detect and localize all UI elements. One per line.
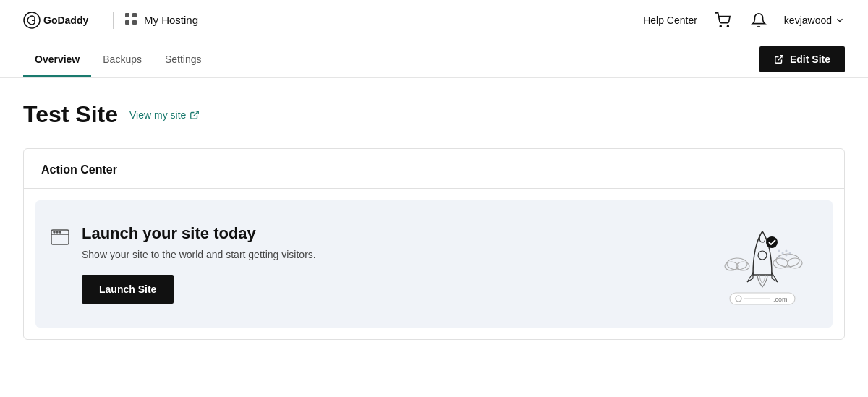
header-left: GoDaddy My Hosting [23, 10, 198, 30]
user-name: kevjawood [784, 14, 832, 26]
edit-site-button[interactable]: Edit Site [760, 46, 845, 72]
launch-content: Launch your site today Show your site to… [82, 224, 316, 304]
svg-point-24 [788, 258, 802, 268]
header-right: Help Center kevjawood [643, 9, 845, 31]
svg-rect-2 [125, 13, 129, 17]
header-nav-label: My Hosting [144, 14, 198, 26]
help-center-link[interactable]: Help Center [643, 14, 697, 26]
tab-settings[interactable]: Settings [153, 40, 213, 77]
user-menu-button[interactable]: kevjawood [784, 14, 845, 26]
site-header: GoDaddy My Hosting Help Center [0, 0, 868, 40]
svg-point-26 [766, 236, 778, 248]
svg-point-33 [789, 252, 791, 255]
svg-point-28 [782, 252, 784, 255]
tab-overview[interactable]: Overview [23, 40, 91, 77]
view-site-link[interactable]: View my site [129, 109, 200, 121]
svg-point-31 [786, 255, 788, 257]
bell-button[interactable] [748, 9, 770, 31]
grid-icon[interactable] [124, 12, 138, 29]
main-content: Test Site View my site Action Center [0, 78, 868, 340]
svg-rect-4 [125, 20, 129, 25]
tab-bar: Overview Backups Settings Edit Site [0, 40, 868, 78]
svg-rect-5 [132, 20, 137, 25]
launch-title: Launch your site today [82, 224, 316, 243]
svg-line-9 [194, 111, 198, 115]
launch-site-button[interactable]: Launch Site [82, 275, 174, 304]
svg-rect-3 [132, 13, 137, 17]
launch-description: Show your site to the world and start ge… [82, 249, 316, 260]
svg-point-30 [782, 258, 784, 260]
godaddy-logo[interactable]: GoDaddy [23, 10, 103, 30]
svg-point-12 [54, 231, 55, 233]
launch-banner: Launch your site today Show your site to… [35, 200, 833, 328]
cart-icon [715, 12, 731, 28]
svg-point-25 [758, 251, 767, 260]
svg-point-27 [778, 250, 780, 252]
godaddy-wordmark: GoDaddy [23, 10, 103, 30]
bell-icon [751, 12, 767, 28]
chevron-down-icon [835, 15, 845, 25]
browser-icon [50, 227, 70, 250]
external-link-small-icon [190, 110, 200, 120]
header-divider [113, 12, 114, 29]
svg-point-32 [786, 250, 788, 252]
grid-icon-wrap: My Hosting [124, 12, 198, 29]
external-link-icon [774, 54, 784, 64]
svg-point-7 [727, 25, 728, 27]
edit-site-label: Edit Site [790, 54, 830, 65]
svg-point-29 [778, 256, 780, 258]
action-center-heading: Action Center [24, 149, 844, 189]
svg-point-23 [773, 258, 788, 268]
cart-button[interactable] [712, 9, 733, 31]
svg-point-6 [720, 25, 721, 27]
svg-text:.com: .com [773, 296, 788, 303]
svg-point-13 [56, 231, 58, 233]
page-title: Test Site [23, 101, 118, 128]
launch-banner-left: Launch your site today Show your site to… [50, 224, 316, 304]
tabs: Overview Backups Settings [23, 40, 213, 77]
rocket-illustration: .com [715, 221, 809, 307]
page-title-row: Test Site View my site [23, 101, 845, 128]
svg-text:GoDaddy: GoDaddy [43, 14, 88, 26]
action-center-card: Action Center Launch your site today Sho… [23, 148, 845, 340]
tab-backups[interactable]: Backups [91, 40, 153, 77]
svg-line-8 [778, 55, 783, 59]
svg-point-14 [59, 231, 61, 233]
view-site-label: View my site [129, 109, 186, 121]
